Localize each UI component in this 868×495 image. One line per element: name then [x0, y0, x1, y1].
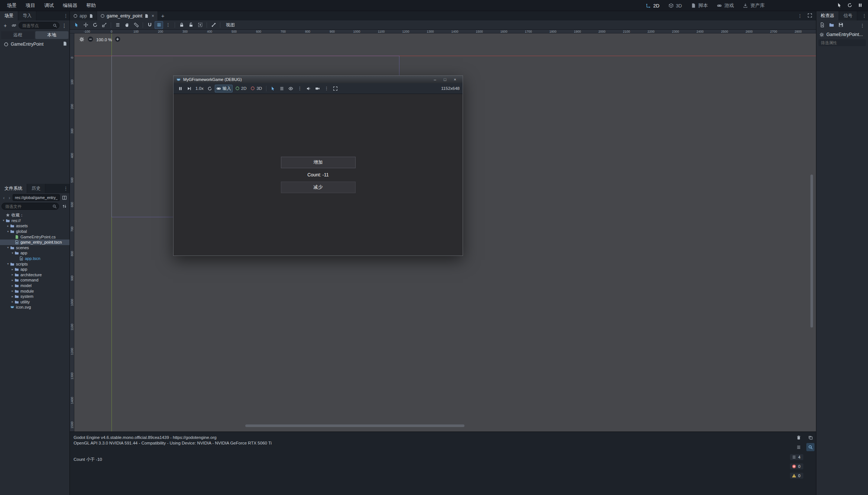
select-tool-button[interactable]: [72, 21, 81, 29]
tab-import[interactable]: 导入: [18, 11, 36, 20]
selectable-list-button[interactable]: [113, 21, 122, 29]
remote-button[interactable]: 远程: [1, 31, 35, 39]
pan-tool-button[interactable]: [123, 21, 131, 29]
attached-script-icon[interactable]: [62, 41, 67, 47]
distraction-free-button[interactable]: [807, 13, 812, 19]
workspace-tab-assetlib[interactable]: 资产库: [739, 1, 768, 10]
unlock-button[interactable]: [187, 21, 195, 29]
restart-button[interactable]: [847, 3, 852, 9]
play-button[interactable]: [837, 3, 842, 9]
group-button[interactable]: [196, 21, 204, 29]
tab-game-entry-point[interactable]: game_entry_point ×: [97, 11, 158, 20]
current-path-input[interactable]: [13, 194, 60, 201]
menu-editor[interactable]: 编辑器: [59, 1, 81, 10]
fs-item-scripts[interactable]: ▾scripts: [0, 261, 69, 267]
workspace-tab-3d[interactable]: 3D: [665, 1, 686, 10]
fs-item-system[interactable]: ▸system: [0, 294, 69, 299]
tab-filesystem[interactable]: 文件系统: [0, 184, 27, 193]
new-resource-button[interactable]: [820, 22, 825, 29]
decrease-button[interactable]: 减少: [281, 182, 356, 193]
message-count-badge[interactable]: 4: [790, 454, 803, 460]
fs-item-game-entry-point-tscn[interactable]: game_entry_point.tscn: [0, 240, 69, 245]
collapse-duplicates-button[interactable]: [794, 443, 803, 451]
tab-inspector[interactable]: 检查器: [816, 11, 839, 20]
snap-options-button[interactable]: ⋮: [164, 21, 172, 29]
new-scene-tab-button[interactable]: +: [158, 11, 168, 20]
fs-item-module[interactable]: ▸module: [0, 288, 69, 294]
save-resource-button[interactable]: [838, 22, 843, 29]
mode-3d-button[interactable]: 3D: [249, 85, 263, 92]
fs-item-command[interactable]: ▸command: [0, 277, 69, 283]
pick-list-button[interactable]: [278, 85, 286, 92]
ruler-tool-button[interactable]: [132, 21, 140, 29]
pick-node-button[interactable]: [269, 85, 277, 92]
reset-speed-button[interactable]: [206, 85, 214, 92]
fs-item-scenes[interactable]: ▾scenes: [0, 245, 69, 251]
sort-files-button[interactable]: [61, 202, 68, 210]
fs-item-model[interactable]: ▸model: [0, 283, 69, 289]
skeleton-options-button[interactable]: [209, 21, 218, 29]
embed-options-button[interactable]: [331, 85, 339, 92]
maximize-button[interactable]: □: [440, 77, 450, 82]
suspend-button[interactable]: [176, 85, 184, 92]
input-mode-button[interactable]: 输入: [215, 85, 233, 92]
canvas-viewport[interactable]: 100.0 % MyGFrameworkGame (DEBUG) – □ ×: [74, 33, 816, 432]
nav-back-button[interactable]: ‹: [1, 195, 6, 201]
canvas-hscrollbar[interactable]: [245, 424, 464, 427]
view-menu-button[interactable]: 视图: [223, 21, 238, 29]
clear-output-button[interactable]: [794, 433, 803, 442]
scene-tabs-menu-button[interactable]: ⋮: [798, 13, 802, 19]
fs-item-architecture[interactable]: ▸architecture: [0, 272, 69, 278]
scene-tree-menu-button[interactable]: ⋮: [61, 22, 68, 29]
fs-item-favorites[interactable]: 收藏：: [0, 212, 69, 218]
lock-button[interactable]: [177, 21, 186, 29]
zoom-in-button[interactable]: [114, 36, 121, 43]
fs-item-assets[interactable]: ▸assets: [0, 223, 69, 229]
menu-scene[interactable]: 场景: [3, 1, 21, 10]
split-view-button[interactable]: [61, 194, 68, 202]
minimize-button[interactable]: –: [430, 77, 440, 82]
tab-app[interactable]: app: [70, 11, 97, 20]
add-node-button[interactable]: +: [1, 22, 9, 29]
fs-item-res-root[interactable]: ▾res://: [0, 218, 69, 224]
pause-button[interactable]: [858, 3, 863, 9]
camera-override-button[interactable]: [314, 85, 321, 92]
workspace-tab-script[interactable]: 脚本: [687, 1, 712, 10]
workspace-tab-2d[interactable]: 2D: [642, 1, 663, 10]
scene-tree-node-gameentrypoint[interactable]: GameEntryPoint: [0, 40, 69, 48]
rotate-tool-button[interactable]: [91, 21, 99, 29]
inspector-extra-menu-button[interactable]: ⋮: [860, 23, 865, 28]
fs-item-global[interactable]: ▾global: [0, 229, 69, 234]
filter-properties-input[interactable]: [819, 39, 866, 46]
fs-item-scripts-app[interactable]: ▸app: [0, 267, 69, 272]
game-window-titlebar[interactable]: MyGFrameworkGame (DEBUG) – □ ×: [174, 76, 463, 83]
filesystem-dock-menu-button[interactable]: ⋮: [62, 184, 69, 193]
mode-2d-button[interactable]: 2D: [234, 85, 248, 92]
fs-item-scenes-app[interactable]: ▾app: [0, 250, 69, 256]
visibility-button[interactable]: [287, 85, 295, 92]
workspace-tab-game[interactable]: 游戏: [713, 1, 738, 10]
copy-output-button[interactable]: [806, 433, 814, 442]
warning-count-badge[interactable]: 0: [790, 473, 803, 479]
tab-history[interactable]: 历史: [27, 184, 45, 193]
search-output-button[interactable]: [806, 443, 814, 451]
menu-help[interactable]: 帮助: [82, 1, 100, 10]
tab-scene[interactable]: 场景: [0, 11, 18, 20]
pick-options-button[interactable]: ⋮: [296, 85, 304, 92]
increase-button[interactable]: 增加: [281, 157, 356, 168]
zoom-level[interactable]: 100.0 %: [96, 38, 112, 42]
local-button[interactable]: 本地: [35, 31, 69, 39]
center-view-button[interactable]: [79, 36, 85, 43]
scale-tool-button[interactable]: [100, 21, 108, 29]
fs-item-utility[interactable]: ▸utility: [0, 299, 69, 305]
mute-button[interactable]: [305, 85, 312, 92]
close-tab-icon[interactable]: ×: [152, 13, 154, 19]
menu-debug[interactable]: 调试: [40, 1, 58, 10]
menu-project[interactable]: 项目: [22, 1, 39, 10]
close-button[interactable]: ×: [450, 77, 460, 82]
tab-signals[interactable]: 信号: [839, 11, 857, 20]
camera-options-button[interactable]: ⋮: [323, 85, 330, 92]
fs-item-app-tscn[interactable]: app.tscn: [0, 256, 69, 261]
scene-dock-menu-button[interactable]: ⋮: [62, 11, 69, 20]
error-count-badge[interactable]: 0: [790, 463, 803, 469]
